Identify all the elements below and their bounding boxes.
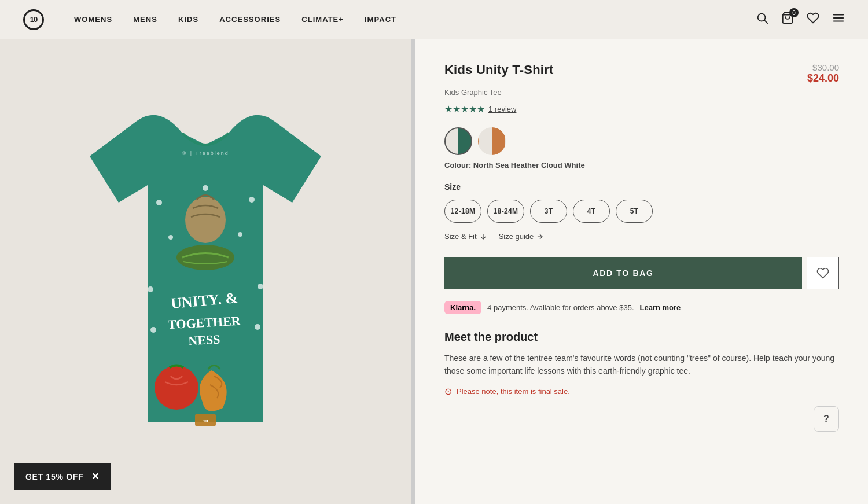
svg-point-17: [176, 245, 234, 270]
color-swatch-rust[interactable]: [478, 127, 506, 155]
klarna-text: 4 payments. Available for orders above $…: [487, 303, 634, 312]
final-sale-notice: ⊙ Please note, this item is final sale.: [444, 386, 839, 397]
final-sale-text: Please note, this item is final sale.: [457, 387, 570, 396]
klarna-badge: Klarna.: [444, 301, 481, 314]
nav-kids[interactable]: KIDS: [178, 15, 198, 24]
color-swatches: [444, 127, 839, 155]
logo-icon: 10: [23, 9, 44, 30]
svg-point-9: [258, 284, 263, 289]
promo-banner[interactable]: GET 15% OFF ✕: [14, 463, 111, 490]
nav-mens[interactable]: MENS: [133, 15, 157, 24]
promo-label: GET 15% OFF: [25, 472, 83, 481]
svg-text:10: 10: [203, 418, 208, 424]
size-fit-link[interactable]: Size & Fit: [444, 232, 487, 241]
warning-icon: ⊙: [444, 386, 452, 397]
size-options: 12-18M 18-24M 3T 4T 5T: [444, 200, 839, 223]
nav-climate[interactable]: CLIMATE+: [301, 15, 344, 24]
product-details: Kids Unity T-Shirt $30.00 $24.00 Kids Gr…: [415, 39, 868, 504]
product-image: UNITY. & TOGETHER NESS 10 ⑩ | Treeblend: [43, 87, 367, 457]
colour-value: North Sea Heather Cloud White: [473, 161, 585, 170]
section-divider: [411, 39, 415, 504]
svg-point-21: [155, 366, 198, 410]
reviews-row: ★★★★★ 1 review: [444, 104, 839, 115]
svg-text:NESS: NESS: [188, 332, 220, 348]
svg-point-6: [156, 200, 162, 205]
svg-point-13: [168, 235, 173, 240]
svg-point-7: [249, 197, 255, 203]
svg-point-12: [203, 185, 208, 191]
svg-point-11: [255, 324, 260, 330]
main-nav: WOMENS MENS KIDS ACCESSORIES CLIMATE+ IM…: [74, 15, 756, 24]
svg-text:⑩ | Treeblend: ⑩ | Treeblend: [182, 150, 229, 156]
product-title: Kids Unity T-Shirt: [444, 62, 554, 78]
size-12-18m[interactable]: 12-18M: [444, 200, 481, 223]
add-to-bag-button[interactable]: ADD TO BAG: [444, 257, 802, 289]
klarna-learn-more-link[interactable]: Learn more: [640, 303, 681, 312]
color-swatch-north-sea[interactable]: [444, 127, 472, 155]
size-links: Size & Fit Size guide: [444, 232, 839, 241]
promo-close-button[interactable]: ✕: [91, 471, 100, 482]
menu-button[interactable]: [832, 12, 845, 27]
size-section-label: Size: [444, 182, 839, 192]
product-image-container: UNITY. & TOGETHER NESS 10 ⑩ | Treeblend: [0, 39, 411, 504]
size-5t[interactable]: 5T: [616, 200, 653, 223]
svg-point-14: [238, 232, 242, 237]
nav-womens[interactable]: WOMENS: [74, 15, 112, 24]
nav-accessories[interactable]: ACCESSORIES: [219, 15, 281, 24]
site-header: 10 WOMENS MENS KIDS ACCESSORIES CLIMATE+…: [0, 0, 868, 39]
nav-impact[interactable]: IMPACT: [365, 15, 396, 24]
sale-price: $24.00: [807, 72, 839, 84]
add-to-wishlist-button[interactable]: [807, 257, 839, 289]
product-header: Kids Unity T-Shirt $30.00 $24.00: [444, 62, 839, 84]
cart-count: 0: [789, 8, 799, 17]
main-content: UNITY. & TOGETHER NESS 10 ⑩ | Treeblend: [0, 39, 868, 504]
star-rating[interactable]: ★★★★★: [444, 104, 485, 115]
size-18-24m[interactable]: 18-24M: [487, 200, 524, 223]
product-subtitle: Kids Graphic Tee: [444, 88, 839, 97]
search-button[interactable]: [756, 12, 768, 27]
product-image-section: UNITY. & TOGETHER NESS 10 ⑩ | Treeblend: [0, 39, 411, 504]
size-guide-link[interactable]: Size guide: [499, 232, 545, 241]
size-4t[interactable]: 4T: [573, 200, 610, 223]
review-count[interactable]: 1 review: [488, 105, 516, 113]
header-icons: 0: [756, 12, 845, 27]
klarna-section: Klarna. 4 payments. Available for orders…: [444, 301, 839, 314]
meet-product-title: Meet the product: [444, 330, 839, 344]
svg-point-16: [185, 197, 226, 243]
original-price: $30.00: [807, 62, 839, 72]
add-to-bag-row: ADD TO BAG: [444, 257, 839, 289]
help-button[interactable]: ?: [814, 406, 839, 432]
logo[interactable]: 10: [23, 9, 45, 30]
meet-product-text: These are a few of the tentree team's fa…: [444, 352, 839, 378]
cart-button[interactable]: 0: [781, 12, 794, 27]
svg-point-8: [148, 286, 153, 292]
svg-point-10: [150, 327, 156, 333]
price-section: $30.00 $24.00: [807, 62, 839, 84]
size-3t[interactable]: 3T: [530, 200, 567, 223]
help-icon: ?: [823, 414, 829, 424]
wishlist-button[interactable]: [807, 12, 819, 27]
colour-label: Colour: North Sea Heather Cloud White: [444, 161, 839, 170]
svg-line-1: [764, 20, 767, 23]
